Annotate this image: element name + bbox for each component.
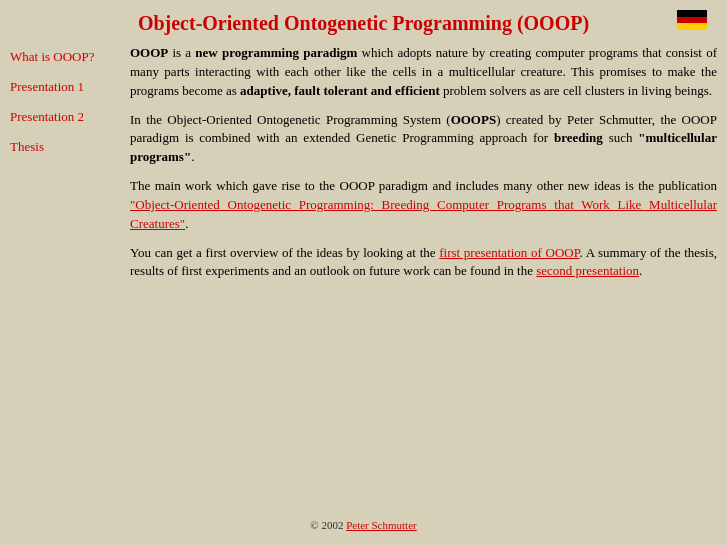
paragraph-3: The main work which gave rise to the OOO… [130, 177, 717, 234]
p4-text3: . [639, 263, 642, 278]
p1-bold2: adaptive, fault tolerant and efficient [240, 83, 440, 98]
page-title: Object-Oriented Ontogenetic Programming … [20, 10, 707, 36]
p2-bold2: breeding [554, 130, 603, 145]
sidebar-item-presentation2[interactable]: Presentation 2 [10, 109, 120, 125]
publication-link[interactable]: "Object-Oriented Ontogenetic Programming… [130, 197, 717, 231]
p2-text1: In the Object-Oriented Ontogenetic Progr… [130, 112, 451, 127]
header-area: Object-Oriented Ontogenetic Programming … [10, 10, 717, 36]
p1-bold1: new programming paradigm [195, 45, 357, 60]
p1-text3: problem solvers as are cell clusters in … [440, 83, 712, 98]
p2-text4: . [191, 149, 194, 164]
footer: © 2002 Peter Schmutter [10, 519, 717, 535]
sidebar-item-what-is-ooop[interactable]: What is OOOP? [10, 49, 120, 65]
ooop-label: OOOP [130, 45, 168, 60]
footer-author-link[interactable]: Peter Schmutter [346, 519, 417, 531]
page-wrapper: Object-Oriented Ontogenetic Programming … [0, 0, 727, 545]
p4-text1: You can get a first overview of the idea… [130, 245, 439, 260]
german-flag-icon [677, 10, 707, 30]
second-presentation-link[interactable]: second presentation [536, 263, 639, 278]
paragraph-1: OOOP is a new programming paradigm which… [130, 44, 717, 101]
paragraph-2: In the Object-Oriented Ontogenetic Progr… [130, 111, 717, 168]
footer-copyright: © 2002 [310, 519, 343, 531]
p1-text1: is a [168, 45, 195, 60]
main-content: OOOP is a new programming paradigm which… [130, 44, 717, 511]
sidebar-item-presentation1[interactable]: Presentation 1 [10, 79, 120, 95]
flag-red-stripe [677, 17, 707, 24]
p2-text3: such [603, 130, 638, 145]
flag-black-stripe [677, 10, 707, 17]
p3-end: . [185, 216, 188, 231]
first-presentation-link[interactable]: first presentation of OOOP [439, 245, 579, 260]
sidebar: What is OOOP? Presentation 1 Presentatio… [10, 44, 120, 511]
content-area: What is OOOP? Presentation 1 Presentatio… [10, 44, 717, 511]
sidebar-item-thesis[interactable]: Thesis [10, 139, 120, 155]
flag-gold-stripe [677, 23, 707, 30]
paragraph-4: You can get a first overview of the idea… [130, 244, 717, 282]
p3-text: The main work which gave rise to the OOO… [130, 178, 717, 193]
p2-bold1: OOOPS [451, 112, 497, 127]
